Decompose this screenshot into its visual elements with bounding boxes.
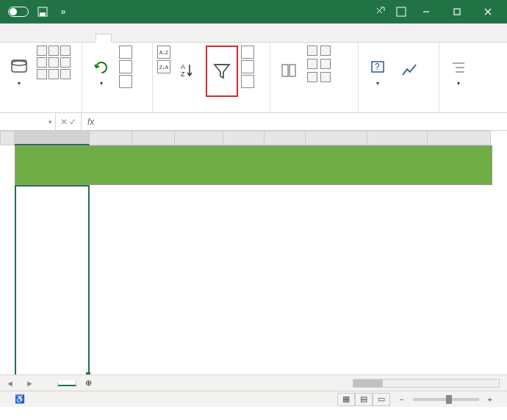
text-columns-icon: [278, 59, 301, 82]
save-icon[interactable]: [32, 7, 53, 17]
formula-bar-row: ▾ ✕ ✓ fx: [0, 113, 507, 131]
group-data-tools: [275, 109, 353, 111]
sheet-nav-prev[interactable]: ◄: [0, 379, 20, 388]
tab-home[interactable]: [25, 35, 40, 42]
horizontal-scrollbar[interactable]: [101, 379, 507, 388]
refresh-all-button[interactable]: ▾: [87, 46, 116, 97]
sheet-nav-next[interactable]: ►: [20, 379, 40, 388]
banner-title-left: [15, 145, 265, 185]
fill-handle[interactable]: [86, 372, 90, 374]
sort-desc-icon[interactable]: Z↓A: [157, 60, 170, 73]
ribbon-options-icon[interactable]: [391, 7, 411, 17]
accessibility-status[interactable]: ♿: [15, 394, 25, 404]
tab-insert[interactable]: [43, 35, 57, 42]
status-bar: ♿ ▦ ▤ ▭ − +: [0, 391, 507, 407]
text-to-columns-button[interactable]: [275, 46, 304, 97]
selection-outline: [15, 185, 90, 374]
group-get-transform: [4, 109, 77, 111]
tab-data[interactable]: [96, 34, 112, 43]
sheet-tab-1[interactable]: [40, 381, 58, 385]
refresh-icon: [90, 56, 113, 79]
select-all-corner[interactable]: [0, 131, 15, 145]
ribbon-tabs: [0, 23, 507, 43]
queries-mini-buttons[interactable]: [119, 46, 132, 88]
svg-point-8: [12, 61, 26, 65]
filter-button[interactable]: [206, 46, 238, 97]
forecast-sheet-button[interactable]: [395, 46, 425, 97]
autosave-toggle[interactable]: [4, 7, 32, 17]
banner-title-right: [279, 145, 492, 185]
group-forecast: [363, 109, 434, 111]
svg-text:Z: Z: [181, 70, 185, 78]
col-header-D[interactable]: [175, 131, 223, 145]
svg-text:?: ?: [375, 62, 380, 72]
svg-rect-4: [454, 9, 460, 15]
whatif-button[interactable]: ? ▾: [363, 46, 392, 97]
col-header-B[interactable]: [90, 131, 132, 145]
quick-access-icon[interactable]: [370, 6, 391, 18]
toggle-switch[interactable]: [8, 7, 29, 17]
tab-formulas[interactable]: [78, 35, 93, 42]
filter-icon: [210, 59, 234, 82]
sheet-tabs: ◄ ► ⊕: [0, 374, 507, 391]
svg-rect-2: [397, 7, 406, 16]
group-sort-filter: [157, 109, 265, 111]
name-box[interactable]: ▾: [0, 113, 56, 130]
tab-help[interactable]: [150, 35, 165, 42]
titlebar: »: [0, 0, 507, 23]
maximize-button[interactable]: [442, 1, 472, 22]
outline-icon: [447, 56, 470, 79]
tab-file[interactable]: [7, 35, 22, 42]
fx-icon[interactable]: fx: [82, 117, 100, 127]
worksheet[interactable]: [0, 131, 507, 374]
sort-button[interactable]: AZ: [173, 46, 203, 97]
svg-rect-1: [40, 12, 46, 16]
view-page-layout-icon[interactable]: ▤: [355, 393, 373, 406]
sort-asc-icon[interactable]: A↓Z: [157, 46, 170, 59]
sheet-tab-2[interactable]: [58, 380, 76, 386]
close-button[interactable]: [473, 1, 503, 22]
new-sheet-button[interactable]: ⊕: [76, 376, 101, 390]
tab-page-layout[interactable]: [60, 35, 75, 42]
svg-text:A: A: [181, 63, 185, 70]
zoom-out-button[interactable]: −: [399, 395, 403, 404]
whatif-icon: ?: [366, 56, 389, 79]
view-page-break-icon[interactable]: ▭: [373, 393, 390, 406]
get-data-icon: [7, 56, 31, 79]
minimize-button[interactable]: [411, 1, 441, 22]
svg-rect-12: [282, 65, 288, 76]
zoom-in-button[interactable]: +: [488, 395, 492, 404]
col-header-A[interactable]: [15, 131, 90, 145]
col-header-I[interactable]: [428, 131, 491, 145]
tab-view[interactable]: [132, 35, 147, 42]
ribbon: ▾ ▾ A↓Z Z↓A AZ: [0, 43, 507, 113]
zoom-slider[interactable]: [413, 398, 479, 401]
col-header-H[interactable]: [367, 131, 428, 145]
get-data-button[interactable]: ▾: [4, 46, 34, 97]
tab-review[interactable]: [115, 35, 129, 42]
sort-asc-desc-buttons[interactable]: A↓Z Z↓A: [157, 46, 170, 73]
get-data-mini-buttons[interactable]: [37, 46, 71, 79]
forecast-icon: [398, 59, 422, 82]
sort-icon: AZ: [176, 59, 200, 82]
filter-mini-buttons[interactable]: [241, 46, 254, 88]
svg-rect-13: [290, 65, 295, 76]
outline-button[interactable]: ▾: [444, 46, 473, 97]
accept-formula-icon[interactable]: ✓: [69, 117, 76, 127]
col-header-E[interactable]: [223, 131, 265, 145]
col-header-C[interactable]: [132, 131, 175, 145]
col-header-G[interactable]: [306, 131, 367, 145]
view-normal-icon[interactable]: ▦: [337, 393, 355, 406]
cancel-formula-icon[interactable]: ✕: [60, 117, 68, 127]
group-queries: [87, 109, 148, 111]
data-tools-mini[interactable]: [307, 46, 332, 84]
col-header-F[interactable]: [265, 131, 306, 145]
more-icon[interactable]: »: [53, 7, 73, 17]
